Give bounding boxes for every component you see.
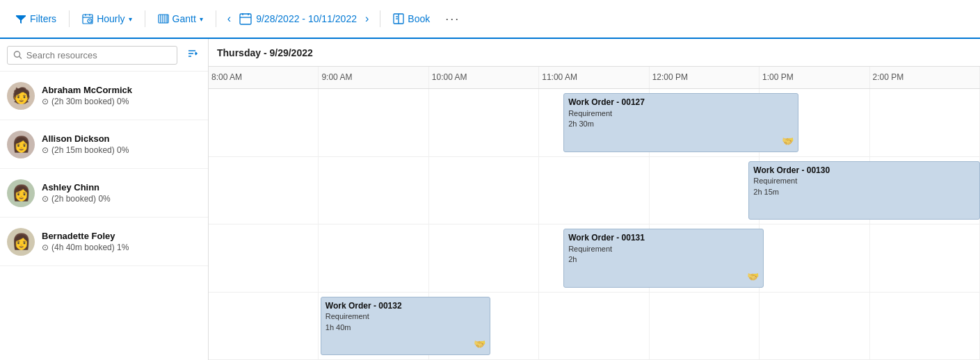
hourly-chevron: ▾ (129, 15, 132, 23)
avatar: 👩 (7, 179, 35, 207)
next-button[interactable]: › (360, 10, 374, 28)
more-button[interactable]: ··· (440, 9, 465, 29)
grid-col (539, 293, 649, 360)
grid-col (760, 224, 869, 292)
grid-col (760, 293, 869, 360)
grid-col (319, 89, 428, 156)
schedule-row: Work Order - 00131 Requirement 2h 🤝 (209, 224, 980, 293)
schedule-area: Thursday - 9/29/2022 8:00 AM9:00 AM10:00… (209, 39, 980, 360)
book-label: Book (408, 13, 430, 24)
grid-col (209, 157, 319, 224)
filters-label: Filters (30, 13, 56, 24)
time-slot: 9:00 AM (319, 67, 428, 88)
handshake-icon: 🤝 (474, 338, 485, 352)
book-button[interactable]: Book (386, 10, 437, 28)
grid-col (429, 89, 539, 156)
time-slot: 2:00 PM (870, 67, 980, 88)
resource-meta: ⊙ (2h booked) 0% (42, 194, 201, 204)
filters-button[interactable]: Filters (8, 10, 63, 28)
resource-name: Allison Dickson (42, 133, 201, 144)
work-order-requirement: Requirement (568, 244, 759, 254)
resource-list: 🧑 Abraham McCormick ⊙ (2h 30m booked) 0%… (0, 72, 208, 360)
grid-col (209, 89, 319, 156)
work-order-block[interactable]: Work Order - 00130 Requirement 2h 15m (748, 161, 980, 220)
calendar-icon (239, 13, 252, 25)
grid-col (209, 293, 319, 360)
resource-info: Allison Dickson ⊙ (2h 15m booked) 0% (42, 133, 201, 155)
time-slot: 11:00 AM (539, 67, 649, 88)
schedule-row: Work Order - 00132 Requirement 1h 40m 🤝 (209, 293, 980, 361)
resource-info: Bernadette Foley ⊙ (4h 40m booked) 1% (42, 231, 201, 252)
work-order-block[interactable]: Work Order - 00127 Requirement 2h 30m 🤝 (563, 93, 798, 152)
book-icon (393, 13, 404, 24)
resource-info: Abraham McCormick ⊙ (2h 30m booked) 0% (42, 85, 201, 106)
work-order-title: Work Order - 00130 (753, 165, 975, 177)
resource-meta: ⊙ (2h 15m booked) 0% (42, 145, 201, 155)
toolbar: Filters Hourly ▾ Gantt ▾ ‹ (0, 0, 980, 39)
svg-point-20 (14, 51, 19, 57)
divider-4 (380, 10, 380, 27)
avatar: 👩 (7, 228, 35, 256)
handshake-icon: 🤝 (782, 135, 794, 149)
schedule-header: Thursday - 9/29/2022 (209, 39, 980, 67)
left-panel: 🧑 Abraham McCormick ⊙ (2h 30m booked) 0%… (0, 39, 209, 360)
svg-line-21 (19, 56, 22, 58)
grid-col (870, 89, 980, 156)
resource-booking: (2h 30m booked) 0% (51, 97, 129, 106)
grid-col (650, 157, 760, 224)
search-box (7, 46, 177, 65)
avatar: 🧑 (7, 82, 35, 110)
work-order-block[interactable]: Work Order - 00132 Requirement 1h 40m 🤝 (321, 297, 490, 356)
schedule-row: Work Order - 00127 Requirement 2h 30m 🤝 (209, 89, 980, 157)
resource-meta: ⊙ (4h 40m booked) 1% (42, 243, 201, 252)
time-slot: 8:00 AM (209, 67, 319, 88)
work-order-block[interactable]: Work Order - 00131 Requirement 2h 🤝 (563, 229, 764, 288)
resource-booking: (2h booked) 0% (51, 194, 111, 204)
sort-icon (186, 47, 198, 60)
grid-col (319, 224, 428, 292)
resource-info: Ashley Chinn ⊙ (2h booked) 0% (42, 182, 201, 204)
time-slot: 12:00 PM (650, 67, 760, 88)
schedule-body: Work Order - 00127 Requirement 2h 30m 🤝 … (209, 89, 980, 360)
schedule-date: Thursday - 9/29/2022 (217, 47, 313, 58)
resource-booking: (4h 40m booked) 1% (51, 243, 129, 252)
work-order-duration: 1h 40m (326, 322, 485, 333)
grid-col (539, 157, 649, 224)
search-input[interactable] (26, 50, 171, 60)
grid-col (429, 157, 539, 224)
schedule-row: Work Order - 00130 Requirement 2h 15m (209, 157, 980, 225)
avatar: 👩 (7, 131, 35, 158)
grid-col (650, 293, 760, 360)
resource-name: Bernadette Foley (42, 231, 201, 241)
hourly-label: Hourly (97, 13, 124, 24)
svg-line-6 (90, 21, 90, 22)
resource-meta: ⊙ (2h 30m booked) 0% (42, 97, 201, 106)
date-range-text: 9/28/2022 - 10/11/2022 (256, 13, 357, 24)
gantt-chevron: ▾ (200, 15, 203, 23)
resource-name: Ashley Chinn (42, 182, 201, 193)
resource-item[interactable]: 🧑 Abraham McCormick ⊙ (2h 30m booked) 0% (0, 72, 208, 120)
work-order-duration: 2h (568, 254, 759, 265)
clock-icon: ⊙ (42, 97, 49, 106)
grid-col (209, 224, 319, 292)
clock-icon: ⊙ (42, 145, 49, 155)
resource-name: Abraham McCormick (42, 85, 201, 95)
svg-rect-12 (240, 14, 251, 24)
resource-item[interactable]: 👩 Allison Dickson ⊙ (2h 15m booked) 0% (0, 120, 208, 169)
main-area: 🧑 Abraham McCormick ⊙ (2h 30m booked) 0%… (0, 39, 980, 360)
resource-item[interactable]: 👩 Ashley Chinn ⊙ (2h booked) 0% (0, 169, 208, 218)
time-slot: 10:00 AM (429, 67, 539, 88)
schedule-rows: Work Order - 00127 Requirement 2h 30m 🤝 … (209, 89, 980, 360)
resource-item[interactable]: 👩 Bernadette Foley ⊙ (4h 40m booked) 1% (0, 218, 208, 266)
hourly-button[interactable]: Hourly ▾ (75, 10, 138, 28)
handshake-icon: 🤝 (747, 270, 759, 284)
gantt-label: Gantt (172, 13, 196, 24)
prev-button[interactable]: ‹ (222, 10, 236, 28)
gantt-button[interactable]: Gantt ▾ (151, 10, 210, 28)
date-range: 9/28/2022 - 10/11/2022 (239, 13, 357, 25)
resource-booking: (2h 15m booked) 0% (51, 145, 129, 155)
sort-button[interactable] (183, 44, 201, 65)
divider-1 (69, 10, 70, 27)
divider-2 (145, 10, 145, 27)
search-row (0, 39, 208, 72)
